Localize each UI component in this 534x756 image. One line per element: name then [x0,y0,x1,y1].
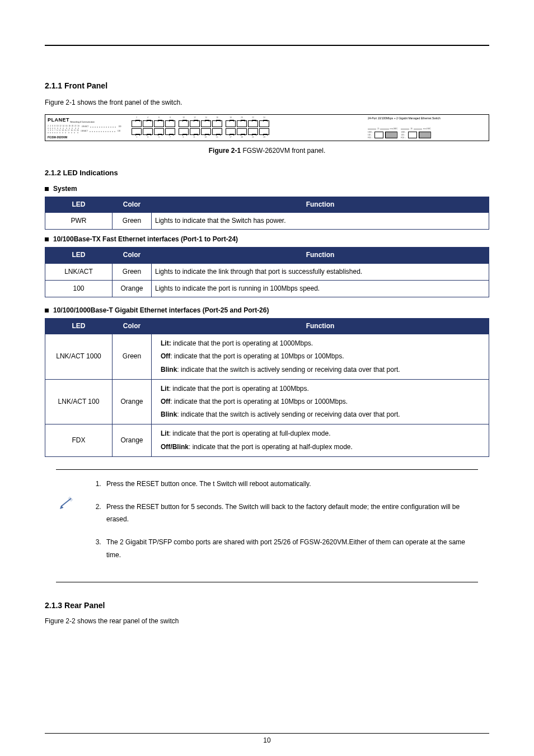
cell-color: Green [113,263,152,280]
th-func: Function [152,248,489,263]
table-row: LNK/ACT 1000GreenLit: indicate that the … [45,334,489,380]
cell-func: Lit: indicate that the port is operating… [152,379,489,424]
section-rear-title: 2.1.3 Rear Panel [45,599,489,612]
notice-box: Press the RESET button once. The t Switc… [56,469,478,582]
th-func: Function [152,197,489,212]
device-led-matrix: 24681012141618202224LNK/ACT 100 13579111… [48,125,127,133]
bullet-ge: 10/100/1000Base-T Gigabit Ethernet inter… [53,305,269,316]
bullet-system: System [53,184,77,194]
cell-color: Orange [113,280,152,297]
cell-led: LNK/ACT 100 [45,379,113,424]
cell-color: Orange [113,424,152,456]
device-front-panel: PLANET Networking & Communication 246810… [45,114,489,141]
th-color: Color [113,248,152,263]
section-led-title: 2.1.2 LED Indications [45,167,489,179]
notice-list: Press the RESET button once. The t Switc… [88,478,478,572]
func-line: Lit: indicate that the port is operating… [155,382,485,395]
th-color: Color [113,319,152,334]
device-port-area: 246813571012141691113151820222417192123 [129,115,366,141]
table-row: LNK/ACT 100OrangeLit: indicate that the … [45,379,489,424]
footer-rule [45,733,489,734]
th-color: Color [113,197,152,212]
table-system: LED Color Function PWRGreenLights to ind… [45,197,489,230]
table-fe: LED Color Function LNK/ACTGreenLights to… [45,247,489,297]
cell-func: Lit: indicate that the port is operating… [152,424,489,456]
cell-led: PWR [45,212,113,229]
list-item: Press the RESET button for 5 seconds. Th… [103,501,472,526]
list-item: Press the RESET button once. The t Switc… [103,478,472,491]
table-ge: LED Color Function LNK/ACT 1000GreenLit:… [45,318,489,457]
func-line: Blink: indicate that the switch is activ… [155,363,485,376]
notice-icon [56,478,78,572]
table-row: 100OrangeLights to indicate the port is … [45,280,489,297]
cell-color: Green [113,334,152,380]
bullet-square [45,187,49,191]
table-row: FDXOrangeLit: indicate that the port is … [45,424,489,456]
cell-func: Lit: indicate that the port is operating… [152,334,489,380]
page-number: 10 [0,735,534,746]
device-model: FGSW-2620VM [48,135,127,139]
device-brand: PLANET [48,117,69,123]
cell-color: Green [113,212,152,229]
func-line: Lit: indicate that the port is operating… [155,427,485,440]
cell-func: Lights to indicate the port is running i… [152,280,489,297]
func-line: Blink: indicate that the switch is activ… [155,408,485,421]
figure-2-1-caption: Figure 2-1 FGSW-2620VM front panel. [45,146,489,156]
cell-led: FDX [45,424,113,456]
device-sfp-row: 25mini-GBIC1000 ○100 ○FDX ○26mini-GBIC10… [368,128,486,139]
func-line: Lit: indicate that the port is operating… [155,337,485,350]
section-rear-intro: Figure 2-2 shows the rear panel of the s… [45,616,489,627]
bullet-fe: 10/100Base-TX Fast Ethernet interfaces (… [53,234,238,245]
device-brand-sub: Networking & Communication [70,120,95,123]
bullet-square [45,309,49,312]
device-right-desc: 24-Port 10/100Mbps + 2 Gigabit Managed E… [368,116,486,120]
figure-2-1-prefix: Figure 2-1 [209,147,241,155]
bullet-square [45,237,49,241]
func-line: Off: indicate that the port is operating… [155,395,485,408]
th-func: Function [152,319,489,334]
cell-color: Orange [113,379,152,424]
figure-2-1-text: FGSW-2620VM front panel. [242,147,325,155]
th-led: LED [45,248,113,263]
top-rule [45,45,489,46]
th-led: LED [45,319,113,334]
cell-func: Lights to indicate that the Switch has p… [152,212,489,229]
list-item: The 2 Gigabit TP/SFP combo ports are sha… [103,536,472,562]
cell-led: LNK/ACT [45,263,113,280]
cell-led: LNK/ACT 1000 [45,334,113,380]
func-line: Off/Blink: indicate that the port is ope… [155,441,485,454]
section-front-intro: Figure 2-1 shows the front panel of the … [45,97,489,108]
section-front-title: 2.1.1 Front Panel [45,80,489,92]
th-led: LED [45,197,113,212]
cell-led: 100 [45,280,113,297]
func-line: Off: indicate that the port is operating… [155,350,485,363]
cell-func: Lights to indicate the link through that… [152,263,489,280]
table-row: PWRGreenLights to indicate that the Swit… [45,212,489,229]
table-row: LNK/ACTGreenLights to indicate the link … [45,263,489,280]
